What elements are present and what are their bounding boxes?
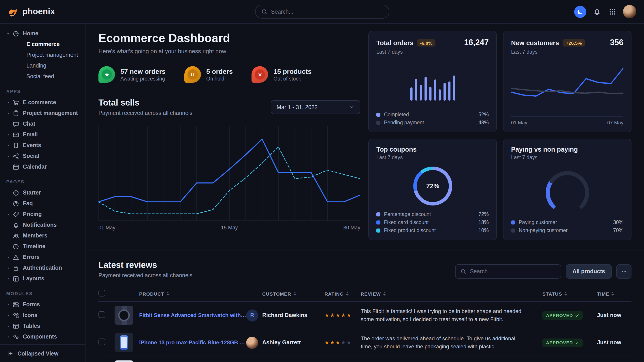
sidebar-item-icons[interactable]: Icons (4, 310, 82, 321)
column-header-product[interactable]: PRODUCT (114, 291, 246, 296)
caret-right-icon (6, 303, 12, 307)
sidebar-item-label: Chat (23, 121, 35, 127)
column-header-rating[interactable]: RATING (324, 291, 361, 296)
sidebar: HomeE commerceProject managementLandingS… (0, 24, 86, 362)
sidebar-item-social[interactable]: Social (4, 151, 82, 161)
sidebar-item-timeline[interactable]: Timeline (4, 241, 82, 252)
more-options-button[interactable] (616, 264, 632, 279)
sidebar-item-notifications[interactable]: Notifications (4, 220, 82, 230)
legend-item-fixed-card-discount: Fixed card discount18% (376, 220, 489, 225)
caret-right-icon (6, 133, 12, 137)
paying-legend: Paying customer30%Non-paying customer70% (511, 220, 624, 233)
stat-on-hold: 5 ordersOn hold (184, 66, 233, 83)
reviews-table-body: Fitbit Sense Advanced Smartwatch with To… (98, 302, 632, 362)
sidebar-item-layouts[interactable]: Layouts (4, 273, 82, 284)
sidebar-item-authentication[interactable]: Authentication (4, 263, 82, 273)
apps-grid-button[interactable] (608, 7, 617, 16)
sidebar-item-members[interactable]: Members (4, 230, 82, 241)
stat-awating-processing: 57 new ordersAwating processing (98, 66, 166, 83)
sidebar-item-forms[interactable]: Forms (4, 299, 82, 310)
date-range-value: Mar 1 - 31, 2022 (276, 104, 318, 110)
row-checkbox[interactable] (98, 339, 105, 345)
sidebar-item-email[interactable]: Email (4, 129, 82, 140)
circle-icon (12, 189, 19, 196)
user-avatar[interactable] (623, 5, 636, 18)
sidebar-item-label: Components (23, 334, 57, 340)
column-header-customer[interactable]: CUSTOMER (246, 291, 324, 296)
total-orders-card: Total orders -6.8% 16,247 Last 7 days Co… (368, 31, 497, 132)
column-label: REVIEW (361, 291, 381, 296)
status-badge: APPROVED (542, 338, 583, 347)
sort-icon (383, 292, 386, 295)
column-header-status[interactable]: STATUS (542, 291, 597, 296)
card-period: Last 7 days (511, 49, 624, 54)
new-customers-card: New customers +26.5% 356 Last 7 days 01 … (503, 31, 632, 132)
new-customers-chart (511, 54, 624, 116)
sidebar-item-starter[interactable]: Starter (4, 187, 82, 198)
legend-color-dot (376, 228, 380, 232)
reviews-search[interactable] (455, 264, 561, 279)
reviews-controls: All products (455, 264, 632, 279)
sidebar-item-home[interactable]: Home (4, 28, 82, 39)
sidebar-item-chat[interactable]: Chat (4, 118, 82, 129)
sidebar-subitem-social-feed[interactable]: Social feed (4, 71, 82, 82)
bell-icon (593, 7, 601, 16)
sidebar-item-calendar[interactable]: Calendar (4, 161, 82, 172)
card-period: Last 7 days (376, 49, 489, 54)
status-label: APPROVED (546, 340, 573, 345)
form-icon (12, 301, 19, 308)
status-cell: APPROVED (542, 311, 597, 320)
product-link[interactable]: Fitbit Sense Advanced Smartwatch with To… (139, 312, 246, 318)
sidebar-subitem-e-commerce[interactable]: E commerce (4, 39, 82, 50)
sidebar-subitem-landing[interactable]: Landing (4, 60, 82, 71)
card-title: Paying vs non paying (511, 146, 578, 153)
theme-toggle-button[interactable] (574, 5, 586, 18)
all-products-button[interactable]: All products (566, 264, 612, 279)
stat-out-of-stock: 15 productsOut of stock (252, 66, 312, 83)
collapsed-view-label: Collapsed View (18, 350, 58, 357)
date-range-select[interactable]: Mar 1 - 31, 2022 (271, 100, 360, 114)
sidebar-item-project-management[interactable]: Project management (4, 108, 82, 118)
sidebar-item-events[interactable]: Events (4, 140, 82, 151)
pie-chart-icon (12, 30, 19, 37)
legend-item-fixed-product-discount: Fixed product discount10% (376, 228, 489, 233)
card-period: Last 7 days (511, 155, 624, 160)
sidebar-item-components[interactable]: Components (4, 331, 82, 342)
column-label: TIME (597, 291, 609, 296)
collapsed-view-button[interactable]: Collapsed View (0, 344, 85, 362)
legend-value: 72% (478, 212, 489, 217)
sidebar-item-label: Events (23, 142, 41, 148)
customer-name: Richard Dawkins (262, 312, 307, 318)
legend-color-dot (511, 228, 515, 232)
card-period: Last 7 days (376, 155, 489, 160)
sidebar-item-pricing[interactable]: Pricing (4, 209, 82, 220)
row-checkbox[interactable] (98, 290, 105, 296)
reviews-search-input[interactable] (470, 268, 556, 275)
phoenix-logo-icon (8, 6, 19, 17)
change-badge: +26.5% (562, 39, 585, 46)
brand[interactable]: phoenix (8, 6, 55, 17)
sidebar-item-e-commerce[interactable]: E commerce (4, 97, 82, 108)
sidebar-item-label: Errors (23, 254, 40, 260)
star-filled-icon: ★ (336, 340, 341, 346)
global-search-input[interactable] (271, 8, 383, 15)
sidebar-subitem-project-management[interactable]: Project management (4, 50, 82, 60)
sidebar-item-errors[interactable]: Errors (4, 252, 82, 263)
legend-color-dot (376, 220, 380, 224)
product-link[interactable]: iPhone 13 pro max-Pacific Blue-128GB sto… (139, 340, 246, 346)
moon-icon (577, 8, 584, 15)
clock-icon (12, 243, 19, 250)
global-search[interactable] (255, 5, 389, 18)
lock-icon (12, 265, 19, 271)
legend-item-completed: Completed52% (376, 112, 489, 117)
column-header-review[interactable]: REVIEW (361, 291, 542, 296)
grid-icon (609, 8, 616, 15)
svg-text:72%: 72% (426, 182, 439, 189)
column-header-time[interactable]: TIME (597, 291, 632, 296)
sidebar-item-faq[interactable]: Faq (4, 198, 82, 209)
column-label: CUSTOMER (262, 291, 291, 296)
row-checkbox[interactable] (98, 311, 105, 318)
question-circle-icon (12, 200, 19, 207)
notifications-button[interactable] (592, 7, 602, 16)
sidebar-item-tables[interactable]: Tables (4, 321, 82, 331)
